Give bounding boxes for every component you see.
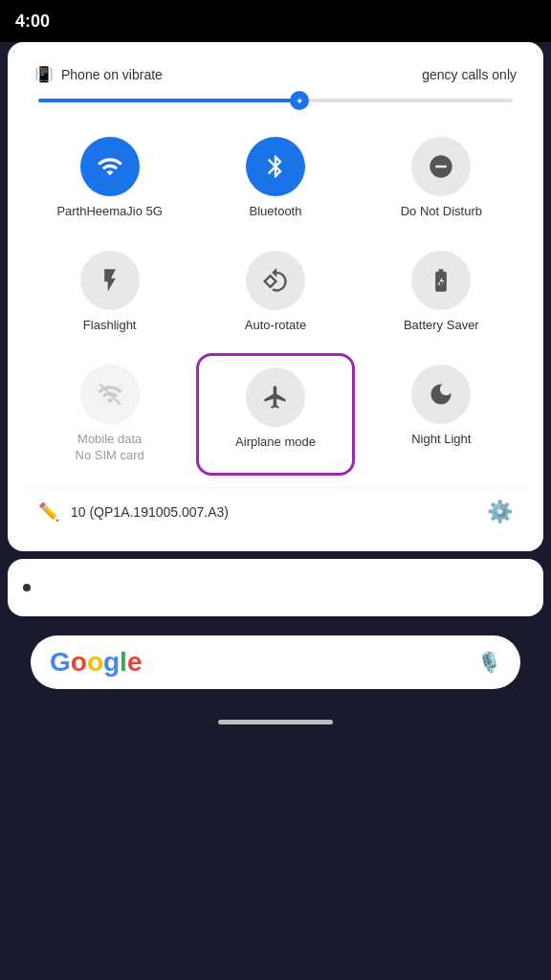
tile-airplanemode[interactable]: Airplane mode	[196, 353, 354, 476]
dnd-label: Do Not Disturb	[401, 204, 482, 220]
dark-area: Google 🎙️	[0, 616, 551, 708]
bottom-left: ✏️ 10 (QP1A.191005.007.A3)	[38, 501, 229, 523]
mobiledata-circle	[80, 365, 140, 424]
wifi-label: ParthHeemaJio 5G	[56, 204, 163, 220]
tile-mobiledata[interactable]: Mobile dataNo SIM card	[31, 353, 188, 476]
edit-icon[interactable]: ✏️	[38, 501, 59, 523]
wifi-circle	[80, 137, 140, 196]
tile-dnd[interactable]: Do Not Disturb	[363, 125, 520, 232]
vibrate-icon: 📳	[34, 65, 54, 83]
flashlight-label: Flashlight	[83, 318, 137, 334]
bluetooth-label: Bluetooth	[250, 204, 302, 220]
tile-flashlight[interactable]: Flashlight	[31, 239, 188, 345]
tile-nightlight[interactable]: Night Light	[363, 353, 520, 476]
brightness-fill	[38, 99, 299, 102]
nav-bar	[0, 708, 551, 736]
vibrate-status: 📳 Phone on vibrate	[34, 65, 163, 83]
mobiledata-label: Mobile dataNo SIM card	[76, 432, 144, 464]
home-panel	[8, 559, 543, 616]
brightness-track[interactable]	[38, 99, 513, 102]
google-mic-icon[interactable]: 🎙️	[477, 651, 501, 674]
google-logo: Google	[50, 647, 142, 678]
nightlight-circle	[411, 365, 471, 424]
brightness-slider[interactable]	[23, 87, 528, 118]
build-number: 10 (QP1A.191005.007.A3)	[71, 504, 229, 520]
nav-pill	[218, 720, 333, 724]
tile-batterysaver[interactable]: Battery Saver	[363, 239, 520, 345]
quick-settings-panel: 📳 Phone on vibrate gency calls only Part…	[8, 42, 543, 551]
airplanemode-label: Airplane mode	[235, 434, 316, 451]
time: 4:00	[15, 11, 50, 32]
tiles-grid: ParthHeemaJio 5G Bluetooth Do Not Distur…	[23, 118, 528, 483]
nightlight-label: Night Light	[411, 432, 471, 448]
batterysaver-label: Battery Saver	[404, 318, 479, 334]
notification-bar: 📳 Phone on vibrate gency calls only	[23, 57, 528, 87]
batterysaver-icon	[428, 267, 454, 294]
autorotate-circle	[246, 251, 305, 310]
dnd-circle	[411, 137, 471, 196]
emergency-text: gency calls only	[422, 67, 517, 82]
wifi-icon	[97, 153, 123, 180]
tile-bluetooth[interactable]: Bluetooth	[196, 125, 354, 232]
autorotate-icon	[262, 267, 289, 294]
airplanemode-icon	[262, 384, 289, 411]
bluetooth-circle	[246, 137, 305, 196]
nightlight-icon	[428, 381, 454, 408]
settings-icon[interactable]: ⚙️	[487, 500, 513, 524]
airplanemode-circle	[246, 368, 305, 427]
tile-wifi[interactable]: ParthHeemaJio 5G	[31, 125, 188, 232]
flashlight-icon	[97, 267, 123, 294]
google-search-bar[interactable]: Google 🎙️	[31, 635, 520, 689]
tile-autorotate[interactable]: Auto-rotate	[196, 239, 354, 345]
bottom-bar: ✏️ 10 (QP1A.191005.007.A3) ⚙️	[23, 487, 528, 536]
mobiledata-icon	[97, 381, 123, 408]
vibrate-text: Phone on vibrate	[61, 67, 163, 82]
bluetooth-icon	[262, 153, 289, 180]
home-dot	[23, 584, 31, 591]
autorotate-label: Auto-rotate	[245, 318, 306, 334]
brightness-thumb	[290, 91, 309, 110]
dnd-icon	[428, 153, 454, 180]
status-bar: 4:00	[0, 0, 551, 42]
flashlight-circle	[80, 251, 140, 310]
batterysaver-circle	[411, 251, 471, 310]
